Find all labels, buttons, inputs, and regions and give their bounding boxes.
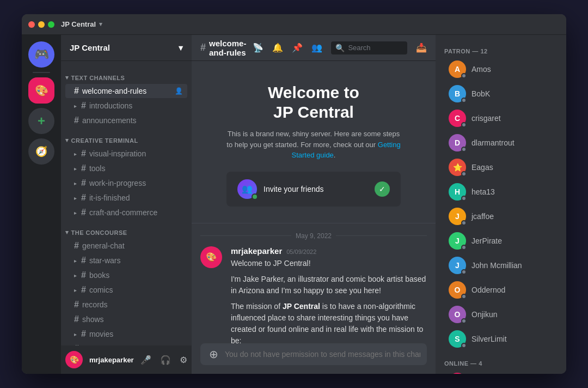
status-indicator xyxy=(461,245,467,250)
category-arrow-icon: ▾ xyxy=(65,74,69,81)
server-icon-discord[interactable]: 🎮 xyxy=(28,41,54,68)
server-title-text: JP Central xyxy=(61,20,96,28)
channel-visual-inspiration[interactable]: ▸ # visual-inspiration xyxy=(65,147,187,161)
channel-introductions[interactable]: ▸ # introductions xyxy=(65,99,187,113)
member-avatar: S xyxy=(449,330,466,348)
channel-name: announcements xyxy=(82,116,137,125)
pins-icon[interactable]: 📌 xyxy=(292,43,303,53)
notifications-icon[interactable]: 🔔 xyxy=(272,43,283,53)
hash-icon: # xyxy=(74,314,79,324)
status-indicator xyxy=(461,294,467,299)
explore-servers-button[interactable]: 🧭 xyxy=(28,138,54,165)
server-name-text: JP Central xyxy=(70,43,110,52)
member-name: JerPirate xyxy=(471,237,502,245)
channel-star-wars[interactable]: ▸ # star-wars xyxy=(65,253,187,268)
hash-icon: # xyxy=(81,193,86,203)
message-item: 🎨 mrjakeparker 05/09/2022 Welcome to JP … xyxy=(192,244,436,344)
member-eagas[interactable]: ⭐ Eagas xyxy=(440,155,562,179)
hash-icon: # xyxy=(81,178,86,188)
hash-icon: # xyxy=(81,208,86,217)
inbox-icon[interactable]: 📥 xyxy=(416,43,427,53)
deafen-button[interactable]: 🎧 xyxy=(158,353,173,367)
member-avatar: B xyxy=(449,85,466,102)
category-creative-terminal[interactable]: ▾ CREATIVE TERMINAL xyxy=(61,128,192,146)
arrow-icon: ▸ xyxy=(74,180,77,186)
arrow-icon: ▸ xyxy=(74,331,77,337)
hash-icon: # xyxy=(81,270,86,280)
close-button[interactable] xyxy=(28,21,35,28)
channel-comics[interactable]: ▸ # comics xyxy=(65,283,187,297)
search-input[interactable] xyxy=(348,44,403,52)
member-oddernod[interactable]: O Oddernod xyxy=(440,278,562,302)
channel-general-chat[interactable]: # general-chat xyxy=(65,239,187,253)
channel-announcements[interactable]: # announcements xyxy=(65,113,187,128)
arrow-icon: ▸ xyxy=(74,195,77,201)
server-icon-jp-central[interactable]: 🎨 xyxy=(28,77,54,104)
member-jerpirate[interactable]: J JerPirate xyxy=(440,229,562,253)
member-crisgaret[interactable]: C crisgaret xyxy=(440,106,562,130)
channel-name: flora-and-fauna xyxy=(82,344,134,345)
channel-name: records xyxy=(82,300,108,309)
member-avatar: J xyxy=(449,208,466,225)
member-mrjakeparker[interactable]: 🎨 mrjakeparker 👑 xyxy=(440,369,562,374)
online-status-badge xyxy=(252,193,258,200)
channel-welcome-and-rules[interactable]: # welcome-and-rules 👤 xyxy=(65,84,187,98)
member-avatar: O xyxy=(449,281,466,299)
member-bobk[interactable]: B BobK xyxy=(440,82,562,106)
attach-button[interactable]: ⊕ xyxy=(207,345,220,363)
user-avatar: 🎨 xyxy=(65,351,83,368)
window-controls xyxy=(28,21,54,28)
channel-books[interactable]: ▸ # books xyxy=(65,268,187,282)
member-jcaffoe[interactable]: J jcaffoe xyxy=(440,204,562,228)
welcome-description: This is a brand new, shiny server. Here … xyxy=(224,129,403,161)
member-john-mcmillian[interactable]: J John Mcmillian xyxy=(440,253,562,277)
username-text: mrjakeparker xyxy=(89,356,134,364)
channel-movies[interactable]: ▸ # movies xyxy=(65,327,187,341)
arrow-icon: ▸ xyxy=(74,166,77,172)
username-display: mrjakeparker xyxy=(89,356,134,364)
member-silverlimit[interactable]: S SilverLimit xyxy=(440,327,562,351)
member-name: dlarmantrout xyxy=(471,138,514,147)
server-name-header[interactable]: JP Central ▾ xyxy=(61,35,192,61)
member-avatar: 🎨 xyxy=(449,373,466,374)
members-sidebar: PATRON — 12 A Amos B BobK C crisgaret D … xyxy=(436,35,566,374)
member-name: Onjikun xyxy=(471,310,497,319)
member-name: John Mcmillian xyxy=(471,261,522,270)
hash-icon: # xyxy=(81,329,86,339)
channel-it-is-finished[interactable]: ▸ # it-is-finished xyxy=(65,191,187,205)
search-box[interactable]: 🔍 xyxy=(331,41,407,54)
arrow-icon: ▸ xyxy=(74,272,77,278)
members-icon[interactable]: 👥 xyxy=(311,43,322,53)
maximize-button[interactable] xyxy=(48,21,54,28)
channel-shows[interactable]: # shows xyxy=(65,312,187,326)
category-the-concourse[interactable]: ▾ THE CONCOURSE xyxy=(61,220,192,238)
member-dlarmantrout[interactable]: D dlarmantrout xyxy=(440,131,562,155)
channel-name: introductions xyxy=(89,101,132,110)
channel-tools[interactable]: ▸ # tools xyxy=(65,161,187,175)
chevron-down-icon: ▾ xyxy=(179,43,183,53)
category-text-channels[interactable]: ▾ TEXT CHANNELS xyxy=(61,65,192,83)
channel-flora-and-fauna[interactable]: # flora-and-fauna xyxy=(65,342,187,345)
member-heta13[interactable]: H heta13 xyxy=(440,180,562,204)
chevron-down-icon: ▾ xyxy=(99,21,102,28)
user-settings-button[interactable]: ⚙ xyxy=(177,353,189,367)
voice-controls: 🎤 🎧 ⚙ xyxy=(138,353,189,367)
category-label: TEXT CHANNELS xyxy=(71,75,125,81)
member-onjikun[interactable]: O Onjikun xyxy=(440,302,562,326)
date-label: May 9, 2022 xyxy=(296,232,332,240)
channel-work-in-progress[interactable]: ▸ # work-in-progress xyxy=(65,176,187,190)
minimize-button[interactable] xyxy=(38,21,45,28)
channel-craft-and-commerce[interactable]: ▸ # craft-and-commerce xyxy=(65,205,187,220)
category-label: THE CONCOURSE xyxy=(71,229,127,236)
message-author-name: mrjakeparker xyxy=(231,246,282,256)
mute-button[interactable]: 🎤 xyxy=(138,353,154,367)
threads-icon[interactable]: 📡 xyxy=(253,43,264,53)
invite-avatar: 👥 xyxy=(237,179,257,199)
member-amos[interactable]: A Amos xyxy=(440,57,562,81)
channel-records[interactable]: # records xyxy=(65,298,187,312)
status-indicator xyxy=(461,343,467,348)
invite-check-icon: ✓ xyxy=(375,181,390,197)
member-avatar: J xyxy=(449,232,466,250)
add-server-button[interactable]: + xyxy=(28,108,54,134)
channel-topbar-text: welcome-and-rules xyxy=(209,39,246,57)
